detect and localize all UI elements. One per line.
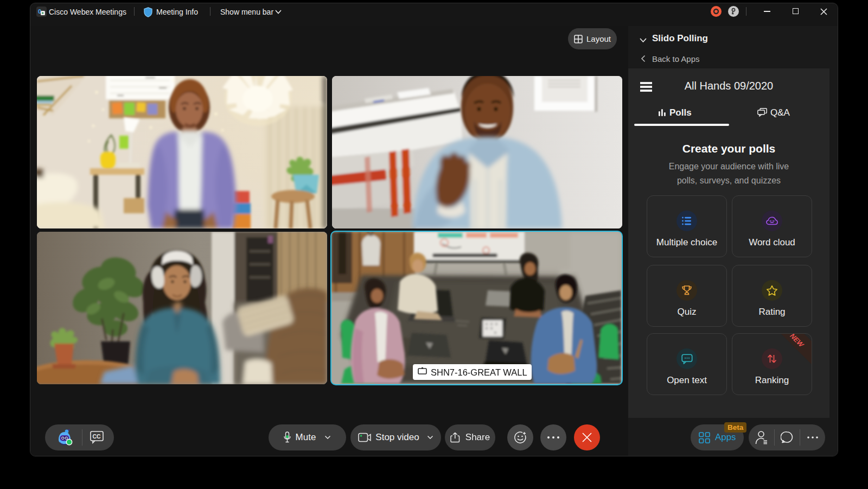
svg-text:SHN7-16-GREAT WALL: SHN7-16-GREAT WALL xyxy=(431,367,527,377)
